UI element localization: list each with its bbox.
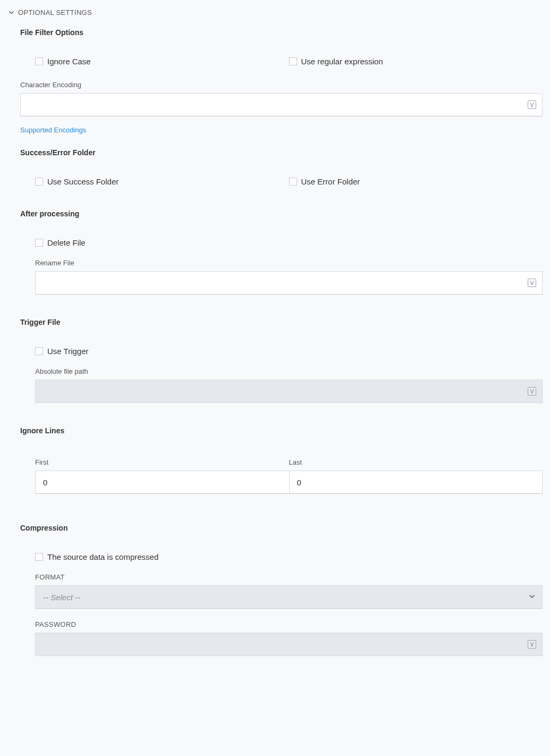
source-compressed-label: The source data is compressed: [47, 552, 158, 561]
compression-heading: Compression: [20, 524, 543, 532]
ignore-case-label: Ignore Case: [47, 57, 91, 66]
file-filter-heading: File Filter Options: [20, 28, 543, 37]
variable-icon[interactable]: V: [528, 387, 536, 396]
checkbox-icon: [35, 347, 43, 355]
optional-settings-toggle[interactable]: OPTIONAL SETTINGS: [7, 7, 543, 21]
chevron-down-icon: [7, 9, 15, 16]
use-regex-label: Use regular expression: [301, 57, 383, 66]
supported-encodings-link[interactable]: Supported Encodings: [20, 126, 86, 134]
ignore-first-label: First: [35, 458, 289, 466]
ignore-case-checkbox[interactable]: Ignore Case: [35, 57, 289, 66]
use-error-folder-label: Use Error Folder: [301, 177, 360, 186]
ignore-last-input[interactable]: [289, 471, 543, 494]
variable-icon[interactable]: V: [528, 640, 536, 649]
checkbox-icon: [35, 553, 43, 561]
use-success-folder-checkbox[interactable]: Use Success Folder: [35, 177, 289, 186]
rename-file-label: Rename File: [35, 259, 543, 267]
checkbox-icon: [35, 57, 43, 65]
delete-file-checkbox[interactable]: Delete File: [35, 238, 543, 247]
checkbox-icon: [35, 178, 43, 186]
ignore-first-input[interactable]: [35, 471, 289, 494]
use-trigger-checkbox[interactable]: Use Trigger: [35, 347, 543, 356]
use-regex-checkbox[interactable]: Use regular expression: [289, 57, 543, 66]
compression-format-label: FORMAT: [35, 573, 543, 581]
optional-settings-label: OPTIONAL SETTINGS: [18, 9, 92, 16]
compression-password-input: [35, 633, 543, 656]
checkbox-icon: [289, 57, 297, 65]
success-error-heading: Success/Error Folder: [20, 148, 543, 157]
rename-file-input[interactable]: [35, 271, 543, 295]
character-encoding-input[interactable]: [20, 93, 543, 116]
delete-file-label: Delete File: [47, 238, 86, 247]
variable-icon[interactable]: V: [528, 100, 536, 109]
compression-format-select[interactable]: -- Select --: [35, 585, 543, 609]
character-encoding-label: Character Encoding: [20, 81, 543, 89]
checkbox-icon: [289, 178, 297, 186]
absolute-path-input: [35, 380, 543, 403]
compression-format-placeholder: -- Select --: [43, 593, 80, 602]
use-trigger-label: Use Trigger: [47, 347, 89, 356]
ignore-last-label: Last: [289, 458, 543, 466]
checkbox-icon: [35, 239, 43, 247]
trigger-file-heading: Trigger File: [20, 318, 543, 326]
absolute-path-label: Absolute file path: [35, 367, 543, 375]
compression-password-label: PASSWORD: [35, 620, 543, 628]
use-error-folder-checkbox[interactable]: Use Error Folder: [289, 177, 543, 186]
ignore-lines-heading: Ignore Lines: [20, 426, 543, 435]
source-compressed-checkbox[interactable]: The source data is compressed: [35, 552, 543, 561]
variable-icon[interactable]: V: [528, 279, 536, 287]
after-processing-heading: After processing: [20, 209, 543, 218]
use-success-folder-label: Use Success Folder: [47, 177, 119, 186]
